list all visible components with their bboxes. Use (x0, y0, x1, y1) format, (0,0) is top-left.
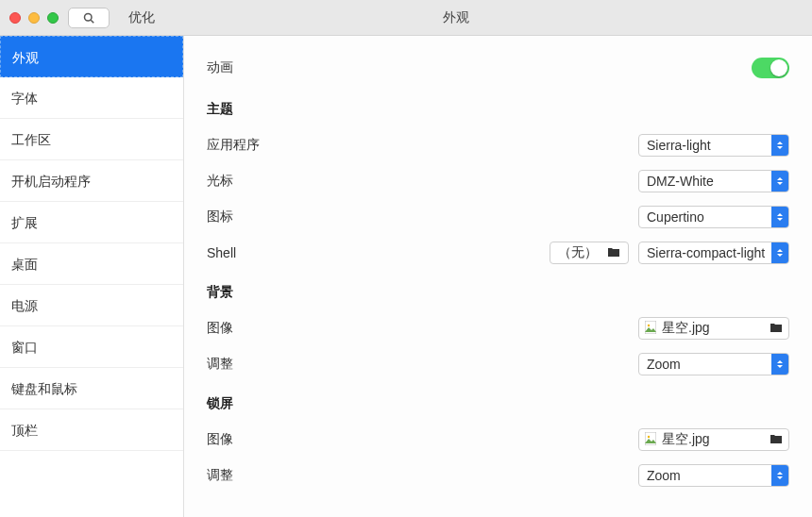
sidebar-item-label: 扩展 (11, 215, 38, 230)
sidebar-item-workspaces[interactable]: 工作区 (0, 119, 183, 160)
maximize-icon[interactable] (47, 12, 59, 24)
cursor-theme-label: 光标 (207, 173, 292, 190)
search-button[interactable] (68, 8, 110, 28)
chevron-updown-icon (771, 465, 788, 486)
sidebar: 外观 字体 工作区 开机启动程序 扩展 桌面 电源 窗口 键盘和鼠标 顶栏 (0, 36, 184, 517)
body: 外观 字体 工作区 开机启动程序 扩展 桌面 电源 窗口 键盘和鼠标 顶栏 动画… (0, 36, 812, 517)
folder-icon (770, 432, 783, 447)
row-animation: 动画 (207, 53, 789, 83)
folder-icon (770, 321, 783, 336)
app-theme-value: Sierra-light (647, 138, 711, 153)
sidebar-item-label: 工作区 (11, 132, 51, 147)
content: 动画 主题 应用程序 Sierra-light 光标 (184, 36, 812, 517)
chevron-updown-icon (771, 354, 788, 375)
sidebar-item-label: 外观 (12, 50, 39, 65)
sidebar-item-keyboard-mouse[interactable]: 键盘和鼠标 (0, 368, 183, 409)
window-title: 外观 (110, 9, 803, 26)
lock-image-value: 星空.jpg (662, 431, 710, 448)
animation-label: 动画 (207, 59, 292, 76)
svg-line-1 (91, 20, 93, 23)
lock-adjust-value: Zoom (647, 468, 681, 483)
sidebar-item-label: 顶栏 (11, 423, 38, 438)
image-file-icon (645, 432, 656, 448)
bg-image-value: 星空.jpg (662, 320, 710, 337)
svg-point-3 (648, 324, 650, 325)
row-cursor-theme: 光标 DMZ-White (207, 166, 789, 196)
sidebar-item-label: 开机启动程序 (11, 174, 91, 189)
theme-heading: 主题 (207, 94, 789, 125)
row-bg-adjust: 调整 Zoom (207, 349, 789, 379)
search-icon (83, 12, 94, 24)
chevron-updown-icon (771, 242, 788, 263)
shell-theme-dropdown[interactable]: Sierra-compact-light (638, 242, 789, 264)
bg-adjust-label: 调整 (207, 356, 292, 373)
row-lock-adjust: 调整 Zoom (207, 460, 789, 491)
sidebar-item-label: 桌面 (11, 257, 38, 272)
sidebar-item-fonts[interactable]: 字体 (0, 77, 183, 119)
icon-theme-label: 图标 (207, 208, 292, 225)
shell-theme-value: Sierra-compact-light (647, 245, 765, 260)
sidebar-item-label: 电源 (11, 298, 38, 313)
lock-image-label: 图像 (207, 431, 292, 448)
minimize-icon[interactable] (28, 12, 40, 24)
lock-adjust-dropdown[interactable]: Zoom (638, 464, 789, 487)
chevron-updown-icon (771, 207, 788, 227)
bg-adjust-value: Zoom (647, 357, 681, 372)
sidebar-item-label: 键盘和鼠标 (11, 381, 77, 396)
background-heading: 背景 (207, 277, 789, 308)
icon-theme-value: Cupertino (647, 209, 704, 225)
titlebar: 优化 外观 (0, 0, 812, 36)
sidebar-item-appearance[interactable]: 外观 (0, 36, 183, 77)
sidebar-item-label: 字体 (11, 91, 38, 106)
app-name: 优化 (128, 9, 155, 26)
folder-icon (607, 245, 620, 260)
lockscreen-heading: 锁屏 (207, 389, 789, 419)
bg-image-label: 图像 (207, 320, 292, 337)
chevron-updown-icon (771, 135, 788, 156)
sidebar-item-topbar[interactable]: 顶栏 (0, 409, 183, 451)
cursor-theme-value: DMZ-White (647, 174, 714, 189)
sidebar-item-startup[interactable]: 开机启动程序 (0, 160, 183, 202)
chevron-updown-icon (771, 171, 788, 192)
image-file-icon (645, 321, 656, 337)
bg-image-picker[interactable]: 星空.jpg (638, 317, 789, 340)
svg-point-5 (648, 435, 650, 437)
window: 优化 外观 外观 字体 工作区 开机启动程序 扩展 桌面 电源 窗口 键盘和鼠标… (0, 0, 812, 517)
sidebar-item-desktop[interactable]: 桌面 (0, 243, 183, 285)
sidebar-item-windows[interactable]: 窗口 (0, 326, 183, 368)
bg-adjust-dropdown[interactable]: Zoom (638, 353, 789, 375)
app-theme-label: 应用程序 (207, 137, 292, 154)
shell-theme-label: Shell (207, 245, 292, 260)
row-app-theme: 应用程序 Sierra-light (207, 130, 789, 160)
sidebar-item-power[interactable]: 电源 (0, 285, 183, 326)
row-lock-image: 图像 星空.jpg (207, 425, 789, 455)
close-icon[interactable] (9, 12, 21, 24)
icon-theme-dropdown[interactable]: Cupertino (638, 206, 789, 228)
row-shell-theme: Shell （无） Sierra-compact-light (207, 238, 789, 268)
window-controls (9, 12, 59, 24)
sidebar-item-label: 窗口 (11, 340, 38, 355)
animation-toggle[interactable] (752, 58, 789, 78)
shell-file-picker[interactable]: （无） (550, 242, 629, 264)
svg-point-0 (85, 13, 93, 21)
lock-image-picker[interactable]: 星空.jpg (638, 428, 789, 451)
shell-file-value: （无） (558, 244, 598, 261)
row-bg-image: 图像 星空.jpg (207, 313, 789, 343)
cursor-theme-dropdown[interactable]: DMZ-White (638, 170, 789, 192)
sidebar-item-extensions[interactable]: 扩展 (0, 202, 183, 243)
lock-adjust-label: 调整 (207, 467, 292, 484)
row-icon-theme: 图标 Cupertino (207, 202, 789, 232)
app-theme-dropdown[interactable]: Sierra-light (638, 134, 789, 157)
